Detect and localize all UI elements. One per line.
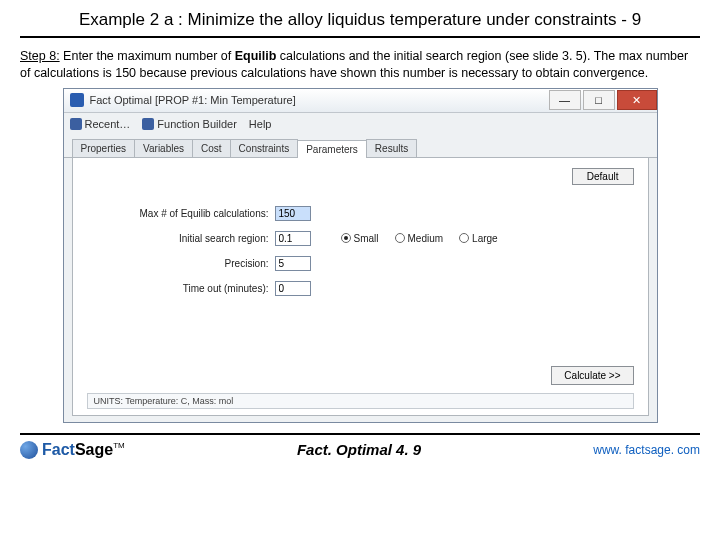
logo-fact: Fact — [42, 441, 75, 458]
logo-sage: Sage — [75, 441, 113, 458]
input-region[interactable] — [275, 231, 311, 246]
logo-text: FactSageTM — [42, 441, 125, 459]
label-precision: Precision: — [87, 258, 275, 269]
menu-help[interactable]: Help — [249, 118, 272, 130]
menu-recent-label: Recent… — [85, 118, 131, 130]
radio-dot-icon — [395, 233, 405, 243]
footer-center: Fact. Optimal 4. 9 — [297, 441, 421, 458]
step-label: Step 8: — [20, 49, 60, 63]
function-builder-icon — [142, 118, 154, 130]
default-button[interactable]: Default — [572, 168, 634, 185]
menu-help-label: Help — [249, 118, 272, 130]
row-timeout: Time out (minutes): — [87, 281, 634, 296]
calculate-button[interactable]: Calculate >> — [551, 366, 633, 385]
region-radio-group: Small Medium Large — [341, 233, 498, 244]
app-window: Fact Optimal [PROP #1: Min Temperature] … — [63, 88, 658, 423]
radio-medium[interactable]: Medium — [395, 233, 444, 244]
globe-icon — [20, 441, 38, 459]
menu-recent[interactable]: Recent… — [70, 118, 131, 130]
tab-cost[interactable]: Cost — [192, 139, 231, 157]
label-timeout: Time out (minutes): — [87, 283, 275, 294]
form-area: Max # of Equilib calculations: Initial s… — [87, 206, 634, 296]
app-icon — [70, 93, 84, 107]
tabstrip: Properties Variables Cost Constraints Pa… — [64, 135, 657, 158]
parameters-pane: Default Max # of Equilib calculations: I… — [72, 158, 649, 416]
step-description: Step 8: Enter the maximum number of Equi… — [0, 38, 720, 88]
radio-dot-icon — [341, 233, 351, 243]
close-button[interactable]: ✕ — [617, 90, 657, 110]
window-title: Fact Optimal [PROP #1: Min Temperature] — [90, 94, 296, 106]
slide-title: Example 2 a : Minimize the alloy liquidu… — [20, 0, 700, 38]
input-precision[interactable] — [275, 256, 311, 271]
menu-function-builder[interactable]: Function Builder — [142, 118, 237, 130]
radio-small-label: Small — [354, 233, 379, 244]
label-max-calc: Max # of Equilib calculations: — [87, 208, 275, 219]
tab-constraints[interactable]: Constraints — [230, 139, 299, 157]
step-bold: Equilib — [235, 49, 277, 63]
step-text-1: Enter the maximum number of — [60, 49, 235, 63]
tab-variables[interactable]: Variables — [134, 139, 193, 157]
label-region: Initial search region: — [87, 233, 275, 244]
menu-fb-label: Function Builder — [157, 118, 237, 130]
radio-medium-label: Medium — [408, 233, 444, 244]
footer: FactSageTM Fact. Optimal 4. 9 www. facts… — [0, 435, 720, 459]
radio-dot-icon — [459, 233, 469, 243]
tab-properties[interactable]: Properties — [72, 139, 136, 157]
row-region: Initial search region: Small Medium Larg… — [87, 231, 634, 246]
tab-parameters[interactable]: Parameters — [297, 140, 367, 158]
radio-large[interactable]: Large — [459, 233, 498, 244]
recent-icon — [70, 118, 82, 130]
titlebar: Fact Optimal [PROP #1: Min Temperature] … — [64, 89, 657, 113]
row-max-calc: Max # of Equilib calculations: — [87, 206, 634, 221]
default-button-wrap: Default — [572, 168, 634, 185]
window-controls: — □ ✕ — [547, 90, 657, 110]
minimize-button[interactable]: — — [549, 90, 581, 110]
menubar: Recent… Function Builder Help — [64, 113, 657, 135]
radio-small[interactable]: Small — [341, 233, 379, 244]
row-precision: Precision: — [87, 256, 634, 271]
input-max-calc[interactable] — [275, 206, 311, 221]
footer-url: www. factsage. com — [593, 443, 700, 457]
statusbar: UNITS: Temperature: C, Mass: mol — [87, 393, 634, 409]
maximize-button[interactable]: □ — [583, 90, 615, 110]
input-timeout[interactable] — [275, 281, 311, 296]
logo-tm: TM — [113, 441, 125, 450]
factsage-logo: FactSageTM — [20, 441, 125, 459]
tab-results[interactable]: Results — [366, 139, 417, 157]
radio-large-label: Large — [472, 233, 498, 244]
calculate-wrap: Calculate >> — [551, 366, 633, 385]
